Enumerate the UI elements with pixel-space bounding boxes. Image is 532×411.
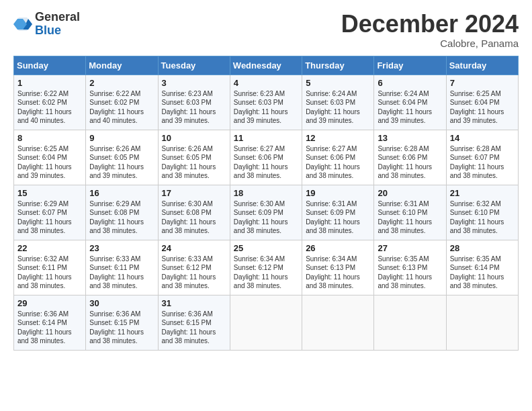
table-row: 6Sunrise: 6:24 AMSunset: 6:04 PMDaylight… xyxy=(374,75,446,130)
cell-info: Sunrise: 6:22 AMSunset: 6:02 PMDaylight:… xyxy=(17,90,72,125)
cell-info: Sunrise: 6:23 AMSunset: 6:03 PMDaylight:… xyxy=(234,90,288,125)
cell-info: Sunrise: 6:24 AMSunset: 6:04 PMDaylight:… xyxy=(378,90,432,125)
table-row: 11Sunrise: 6:27 AMSunset: 6:06 PMDayligh… xyxy=(230,130,302,185)
day-number: 26 xyxy=(306,243,370,253)
logo-blue: Blue xyxy=(35,24,80,38)
cell-info: Sunrise: 6:27 AMSunset: 6:06 PMDaylight:… xyxy=(306,145,360,180)
cell-info: Sunrise: 6:34 AMSunset: 6:12 PMDaylight:… xyxy=(234,255,288,290)
page: General Blue December 2024 Calobre, Pana… xyxy=(0,0,532,411)
table-row xyxy=(302,295,374,350)
cell-info: Sunrise: 6:31 AMSunset: 6:10 PMDaylight:… xyxy=(378,200,432,235)
day-number: 30 xyxy=(89,298,154,308)
day-number: 27 xyxy=(378,243,442,253)
table-row: 26Sunrise: 6:34 AMSunset: 6:13 PMDayligh… xyxy=(302,240,374,295)
day-number: 20 xyxy=(378,188,442,198)
cell-info: Sunrise: 6:23 AMSunset: 6:03 PMDaylight:… xyxy=(162,90,216,125)
location: Calobre, Panama xyxy=(341,38,519,49)
cell-info: Sunrise: 6:28 AMSunset: 6:07 PMDaylight:… xyxy=(450,145,504,180)
cell-info: Sunrise: 6:29 AMSunset: 6:07 PMDaylight:… xyxy=(17,200,72,235)
table-row: 3Sunrise: 6:23 AMSunset: 6:03 PMDaylight… xyxy=(158,75,230,130)
day-number: 23 xyxy=(89,243,154,253)
cell-info: Sunrise: 6:32 AMSunset: 6:10 PMDaylight:… xyxy=(450,200,504,235)
table-row: 16Sunrise: 6:29 AMSunset: 6:08 PMDayligh… xyxy=(86,185,158,240)
day-number: 21 xyxy=(450,188,515,198)
calendar-week-row: 8Sunrise: 6:25 AMSunset: 6:04 PMDaylight… xyxy=(14,130,519,185)
day-number: 9 xyxy=(89,133,154,143)
table-row: 19Sunrise: 6:31 AMSunset: 6:09 PMDayligh… xyxy=(302,185,374,240)
calendar-week-row: 1Sunrise: 6:22 AMSunset: 6:02 PMDaylight… xyxy=(14,75,519,130)
cell-info: Sunrise: 6:25 AMSunset: 6:04 PMDaylight:… xyxy=(450,90,504,125)
table-row: 2Sunrise: 6:22 AMSunset: 6:02 PMDaylight… xyxy=(86,75,158,130)
col-wednesday: Wednesday xyxy=(230,56,302,75)
cell-info: Sunrise: 6:35 AMSunset: 6:14 PMDaylight:… xyxy=(450,255,504,290)
table-row: 28Sunrise: 6:35 AMSunset: 6:14 PMDayligh… xyxy=(446,240,518,295)
table-row: 23Sunrise: 6:33 AMSunset: 6:11 PMDayligh… xyxy=(86,240,158,295)
table-row: 5Sunrise: 6:24 AMSunset: 6:03 PMDaylight… xyxy=(302,75,374,130)
calendar: Sunday Monday Tuesday Wednesday Thursday… xyxy=(13,56,519,351)
cell-info: Sunrise: 6:25 AMSunset: 6:04 PMDaylight:… xyxy=(17,145,72,180)
day-number: 4 xyxy=(234,78,298,88)
cell-info: Sunrise: 6:29 AMSunset: 6:08 PMDaylight:… xyxy=(89,200,144,235)
day-number: 14 xyxy=(450,133,515,143)
cell-info: Sunrise: 6:35 AMSunset: 6:13 PMDaylight:… xyxy=(378,255,432,290)
day-number: 18 xyxy=(234,188,298,198)
day-number: 19 xyxy=(306,188,370,198)
col-monday: Monday xyxy=(86,56,158,75)
col-friday: Friday xyxy=(374,56,446,75)
day-number: 7 xyxy=(450,78,515,88)
cell-info: Sunrise: 6:28 AMSunset: 6:06 PMDaylight:… xyxy=(378,145,432,180)
day-number: 29 xyxy=(17,298,82,308)
table-row: 20Sunrise: 6:31 AMSunset: 6:10 PMDayligh… xyxy=(374,185,446,240)
cell-info: Sunrise: 6:22 AMSunset: 6:02 PMDaylight:… xyxy=(89,90,144,125)
cell-info: Sunrise: 6:30 AMSunset: 6:08 PMDaylight:… xyxy=(162,200,216,235)
table-row: 10Sunrise: 6:26 AMSunset: 6:05 PMDayligh… xyxy=(158,130,230,185)
table-row: 30Sunrise: 6:36 AMSunset: 6:15 PMDayligh… xyxy=(86,295,158,350)
table-row: 17Sunrise: 6:30 AMSunset: 6:08 PMDayligh… xyxy=(158,185,230,240)
day-number: 1 xyxy=(17,78,82,88)
day-number: 2 xyxy=(89,78,154,88)
table-row: 14Sunrise: 6:28 AMSunset: 6:07 PMDayligh… xyxy=(446,130,518,185)
cell-info: Sunrise: 6:26 AMSunset: 6:05 PMDaylight:… xyxy=(162,145,216,180)
logo-icon xyxy=(13,15,32,34)
table-row: 31Sunrise: 6:36 AMSunset: 6:15 PMDayligh… xyxy=(158,295,230,350)
table-row: 12Sunrise: 6:27 AMSunset: 6:06 PMDayligh… xyxy=(302,130,374,185)
col-thursday: Thursday xyxy=(302,56,374,75)
day-number: 24 xyxy=(162,243,226,253)
table-row: 7Sunrise: 6:25 AMSunset: 6:04 PMDaylight… xyxy=(446,75,518,130)
cell-info: Sunrise: 6:36 AMSunset: 6:15 PMDaylight:… xyxy=(162,310,216,345)
cell-info: Sunrise: 6:24 AMSunset: 6:03 PMDaylight:… xyxy=(306,90,360,125)
table-row: 27Sunrise: 6:35 AMSunset: 6:13 PMDayligh… xyxy=(374,240,446,295)
cell-info: Sunrise: 6:34 AMSunset: 6:13 PMDaylight:… xyxy=(306,255,360,290)
table-row: 4Sunrise: 6:23 AMSunset: 6:03 PMDaylight… xyxy=(230,75,302,130)
col-sunday: Sunday xyxy=(14,56,86,75)
table-row: 22Sunrise: 6:32 AMSunset: 6:11 PMDayligh… xyxy=(14,240,86,295)
cell-info: Sunrise: 6:33 AMSunset: 6:12 PMDaylight:… xyxy=(162,255,216,290)
day-number: 15 xyxy=(17,188,82,198)
day-number: 17 xyxy=(162,188,226,198)
logo: General Blue xyxy=(13,11,80,38)
table-row xyxy=(374,295,446,350)
calendar-header-row: Sunday Monday Tuesday Wednesday Thursday… xyxy=(14,56,519,75)
table-row: 15Sunrise: 6:29 AMSunset: 6:07 PMDayligh… xyxy=(14,185,86,240)
day-number: 28 xyxy=(450,243,515,253)
cell-info: Sunrise: 6:33 AMSunset: 6:11 PMDaylight:… xyxy=(89,255,144,290)
logo-text: General Blue xyxy=(35,11,80,38)
table-row: 21Sunrise: 6:32 AMSunset: 6:10 PMDayligh… xyxy=(446,185,518,240)
day-number: 25 xyxy=(234,243,298,253)
calendar-week-row: 15Sunrise: 6:29 AMSunset: 6:07 PMDayligh… xyxy=(14,185,519,240)
cell-info: Sunrise: 6:30 AMSunset: 6:09 PMDaylight:… xyxy=(234,200,288,235)
day-number: 22 xyxy=(17,243,82,253)
calendar-week-row: 22Sunrise: 6:32 AMSunset: 6:11 PMDayligh… xyxy=(14,240,519,295)
day-number: 5 xyxy=(306,78,370,88)
cell-info: Sunrise: 6:27 AMSunset: 6:06 PMDaylight:… xyxy=(234,145,288,180)
cell-info: Sunrise: 6:26 AMSunset: 6:05 PMDaylight:… xyxy=(89,145,144,180)
table-row: 1Sunrise: 6:22 AMSunset: 6:02 PMDaylight… xyxy=(14,75,86,130)
table-row: 25Sunrise: 6:34 AMSunset: 6:12 PMDayligh… xyxy=(230,240,302,295)
cell-info: Sunrise: 6:36 AMSunset: 6:15 PMDaylight:… xyxy=(89,310,144,345)
table-row xyxy=(230,295,302,350)
day-number: 16 xyxy=(89,188,154,198)
table-row: 13Sunrise: 6:28 AMSunset: 6:06 PMDayligh… xyxy=(374,130,446,185)
table-row: 18Sunrise: 6:30 AMSunset: 6:09 PMDayligh… xyxy=(230,185,302,240)
header: General Blue December 2024 Calobre, Pana… xyxy=(13,11,519,49)
table-row: 8Sunrise: 6:25 AMSunset: 6:04 PMDaylight… xyxy=(14,130,86,185)
